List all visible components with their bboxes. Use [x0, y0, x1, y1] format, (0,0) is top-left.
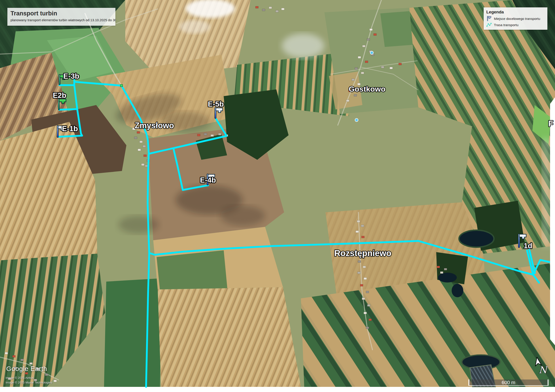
google-earth-window: ZmysłowoGostkowoRozstępniewoF E-3bE2bE-1… [0, 0, 555, 392]
imagery-edge-blank [550, 97, 555, 345]
north-label: N [539, 364, 548, 376]
flag-icon [486, 16, 492, 21]
google-earth-logo: Google Earth [6, 365, 47, 372]
building [365, 61, 368, 63]
building [381, 66, 384, 68]
legend-title: Legenda [486, 10, 545, 14]
map-attribution: Image © 2025 Airbus Image © 2025 Maxar T… [6, 376, 52, 385]
building [144, 155, 146, 157]
legend-item-route: Trasa transportu [486, 22, 545, 28]
map-canvas[interactable]: ZmysłowoGostkowoRozstępniewoF E-3bE2bE-1… [0, 0, 555, 392]
attribution-line: Image © 2025 Maxar Technologies [6, 380, 52, 385]
building [13, 355, 15, 357]
building [390, 67, 393, 69]
building [352, 79, 355, 81]
building [137, 131, 140, 133]
legend-item-label: Miejsce docelowego transportu [494, 17, 540, 21]
building [54, 380, 57, 382]
place-label: Gostkowo [349, 85, 386, 93]
place-label: F [548, 119, 553, 128]
building [358, 261, 361, 263]
place-label: Zmysłowo [135, 121, 174, 130]
marker-label: E-5b [208, 100, 224, 108]
building [134, 137, 137, 139]
building [370, 29, 372, 31]
map-title-box: Transport turbin planowany transport ele… [7, 8, 116, 26]
building [355, 67, 358, 70]
building [197, 134, 200, 136]
route-icon [486, 22, 492, 28]
building [281, 8, 284, 10]
building [366, 327, 369, 329]
place-label: Rozstępniewo [334, 249, 391, 258]
legend-panel: Legenda Miejsce docelowego transportu [484, 7, 548, 30]
building [276, 10, 278, 12]
building [366, 291, 369, 293]
building [29, 363, 32, 364]
route-segment [59, 109, 77, 110]
marker-label: E-3b [63, 72, 80, 80]
building [218, 133, 221, 135]
building [367, 38, 370, 40]
building [143, 145, 146, 147]
attribution-line: Image © 2025 Airbus [6, 376, 52, 380]
satellite-imagery [0, 0, 555, 387]
building [362, 45, 365, 47]
building [358, 272, 360, 274]
legend-item-label: Trasa transportu [494, 23, 518, 27]
building [204, 133, 207, 135]
building [262, 9, 265, 11]
marker-label: E-4b [200, 176, 216, 184]
building [367, 304, 370, 306]
building [346, 100, 349, 102]
building [5, 352, 8, 354]
building [256, 6, 258, 8]
building [369, 319, 372, 321]
building [356, 231, 358, 233]
building [360, 284, 363, 286]
building [361, 225, 364, 227]
route-node [120, 85, 123, 87]
route-nodes [120, 85, 123, 87]
building [362, 298, 365, 300]
map-subtitle: planowany transport elementów turbin wia… [10, 18, 112, 22]
building [138, 149, 141, 151]
marker-label: E2b [53, 91, 66, 100]
map-title: Transport turbin [10, 10, 112, 17]
building [437, 266, 440, 268]
building [399, 63, 402, 65]
marker-label: E-1b [62, 124, 78, 133]
north-indicator: N [532, 357, 548, 377]
building [361, 72, 364, 74]
building [211, 135, 214, 136]
legend-item-destination: Miejsce docelowego transportu [486, 16, 545, 21]
building [21, 359, 23, 361]
building [444, 268, 447, 270]
building [354, 94, 357, 96]
building [269, 7, 272, 9]
building [358, 56, 361, 58]
building [141, 164, 144, 166]
building [364, 278, 367, 280]
building [440, 271, 443, 274]
building [373, 34, 377, 36]
building [364, 312, 367, 314]
marker-label: 1d [524, 242, 533, 250]
scale-bar-label: 600 m [502, 380, 515, 385]
building [139, 141, 143, 143]
building [25, 372, 28, 374]
building [362, 236, 365, 238]
building [357, 220, 360, 222]
building [363, 266, 366, 268]
map-scale-bar: 600 m [468, 379, 548, 386]
